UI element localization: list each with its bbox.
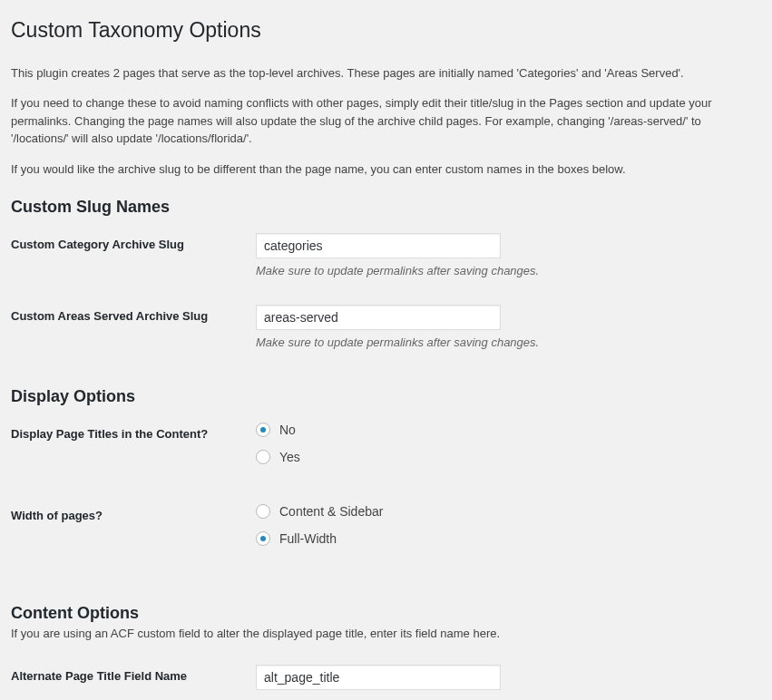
display-titles-yes-radio[interactable] xyxy=(256,450,270,464)
page-width-full-label: Full-Width xyxy=(279,531,337,546)
intro-paragraph-3: If you would like the archive slug to be… xyxy=(11,160,754,179)
category-slug-label: Custom Category Archive Slug xyxy=(11,224,256,296)
page-width-sidebar-label: Content & Sidebar xyxy=(279,504,383,519)
category-slug-desc: Make sure to update permalinks after sav… xyxy=(256,264,745,277)
page-width-full-radio[interactable] xyxy=(256,531,270,546)
areas-slug-desc: Make sure to update permalinks after sav… xyxy=(256,335,745,349)
page-width-label: Width of pages? xyxy=(11,495,256,577)
display-titles-yes-label: Yes xyxy=(279,450,300,464)
display-titles-no-radio[interactable] xyxy=(256,423,270,437)
display-titles-label: Display Page Titles in the Content? xyxy=(11,413,256,495)
content-options-heading: Content Options xyxy=(11,604,754,623)
page-width-sidebar-radio[interactable] xyxy=(256,504,270,519)
alt-title-input[interactable] xyxy=(256,665,501,690)
areas-slug-label: Custom Areas Served Archive Slug xyxy=(11,296,256,367)
custom-slug-heading: Custom Slug Names xyxy=(11,198,754,217)
display-options-heading: Display Options xyxy=(11,387,754,406)
intro-paragraph-2: If you need to change these to avoid nam… xyxy=(11,94,754,148)
content-options-sub: If you are using an ACF custom field to … xyxy=(11,625,754,643)
intro-paragraph-1: This plugin creates 2 pages that serve a… xyxy=(11,64,754,83)
alt-title-label: Alternate Page Title Field Name xyxy=(11,656,256,700)
category-slug-input[interactable] xyxy=(256,233,501,258)
display-titles-no-label: No xyxy=(279,423,296,437)
areas-slug-input[interactable] xyxy=(256,305,501,330)
page-title: Custom Taxonomy Options xyxy=(11,9,754,48)
